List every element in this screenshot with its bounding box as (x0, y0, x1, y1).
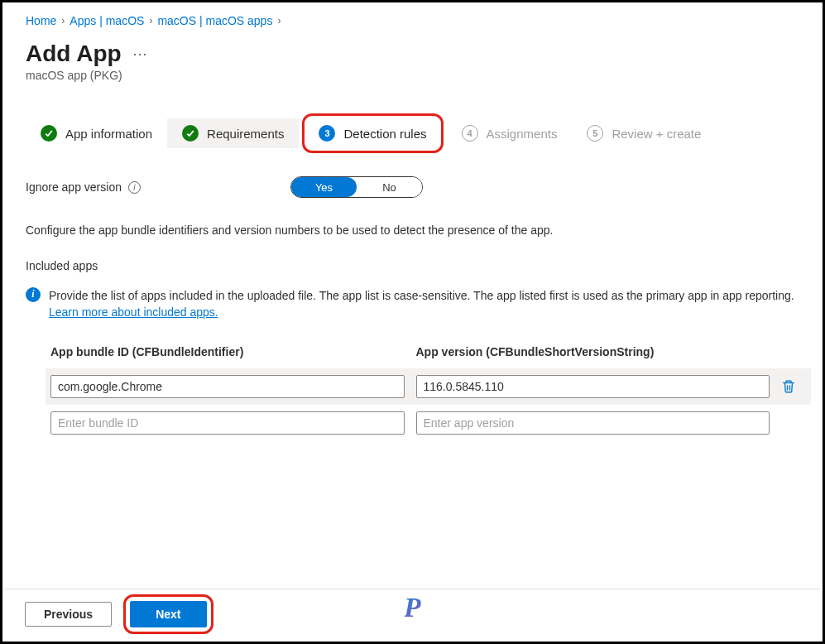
info-banner-text: Provide the list of apps included in the… (49, 289, 794, 302)
wizard-steps: App information Requirements 3 Detection… (26, 118, 806, 148)
breadcrumb-apps-macos[interactable]: Apps | macOS (70, 14, 144, 27)
more-actions-button[interactable]: ··· (133, 46, 148, 63)
info-icon: i (26, 287, 41, 302)
tab-label: Review + create (612, 127, 701, 141)
tab-label: Detection rules (343, 127, 426, 141)
check-icon (182, 125, 199, 142)
breadcrumb: Home › Apps | macOS › macOS | macOS apps… (26, 12, 806, 27)
step-number-icon: 3 (319, 125, 335, 142)
step-number-icon: 4 (462, 125, 478, 142)
tab-detection-rules[interactable]: 3 Detection rules (299, 118, 446, 148)
tab-review-create[interactable]: 5 Review + create (572, 118, 716, 148)
page-subtitle: macOS app (PKG) (26, 69, 806, 82)
tab-assignments[interactable]: 4 Assignments (447, 118, 573, 148)
wizard-footer: Previous Next (5, 589, 820, 639)
table-row (46, 368, 811, 405)
info-icon[interactable]: i (128, 181, 141, 194)
next-button[interactable]: Next (130, 601, 206, 627)
tab-app-information[interactable]: App information (26, 118, 167, 148)
toggle-no[interactable]: No (357, 177, 422, 197)
tab-label: App information (65, 127, 152, 141)
learn-more-link[interactable]: Learn more about included apps. (49, 305, 218, 319)
ignore-app-version-toggle[interactable]: Yes No (290, 176, 423, 198)
configure-description: Configure the app bundle identifiers and… (26, 223, 806, 239)
delete-row-button[interactable] (781, 379, 796, 394)
info-banner: i Provide the list of apps included in t… (26, 287, 806, 321)
tab-label: Assignments (487, 127, 558, 141)
breadcrumb-home[interactable]: Home (26, 14, 56, 27)
table-row (50, 408, 806, 438)
chevron-right-icon: › (149, 15, 152, 26)
app-version-input-empty[interactable] (416, 411, 770, 435)
included-apps-heading: Included apps (26, 259, 806, 272)
toggle-yes[interactable]: Yes (291, 177, 357, 197)
chevron-right-icon: › (277, 15, 281, 26)
check-icon (41, 125, 57, 142)
tab-requirements[interactable]: Requirements (167, 118, 299, 148)
column-bundle-id: App bundle ID (CFBundleIdentifier) (50, 345, 405, 358)
bundle-id-input[interactable] (50, 375, 405, 398)
step-number-icon: 5 (587, 125, 603, 142)
tab-label: Requirements (207, 127, 284, 141)
previous-button[interactable]: Previous (25, 602, 112, 627)
bundle-id-input-empty[interactable] (50, 411, 405, 435)
page-title: Add App (26, 41, 122, 67)
app-version-input[interactable] (416, 375, 770, 398)
chevron-right-icon: › (61, 15, 65, 26)
breadcrumb-macos-apps[interactable]: macOS | macOS apps (157, 14, 272, 27)
ignore-app-version-label: Ignore app version (26, 180, 122, 194)
column-app-version: App version (CFBundleShortVersionString) (416, 345, 770, 358)
